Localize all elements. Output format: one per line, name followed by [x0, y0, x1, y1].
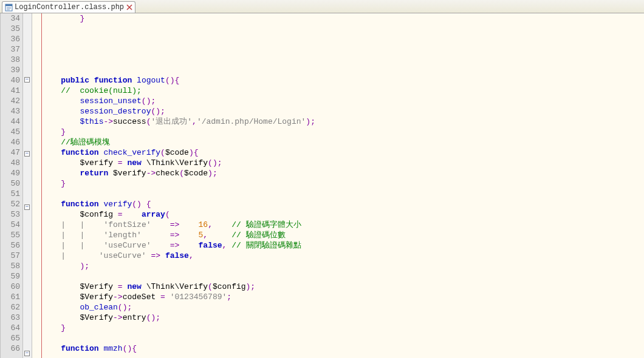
code-line[interactable]: }	[42, 13, 644, 24]
fold-toggle[interactable]: −	[23, 151, 32, 161]
line-number: 56	[1, 240, 20, 251]
fold-spacer	[23, 225, 32, 235]
fold-spacer	[23, 172, 32, 182]
line-number: 42	[1, 96, 20, 106]
line-number: 39	[1, 65, 20, 75]
line-number: 50	[1, 178, 20, 189]
line-number: 66	[1, 343, 20, 354]
fold-spacer	[23, 108, 32, 118]
line-number: 45	[1, 127, 20, 137]
code-line[interactable]: function check_verify($code){	[42, 147, 644, 158]
code-line[interactable]	[42, 44, 644, 55]
fold-spacer	[23, 129, 32, 139]
fold-spacer	[23, 161, 32, 172]
close-icon[interactable]	[126, 4, 132, 10]
code-line[interactable]: function verify() {	[42, 199, 644, 209]
line-number: 61	[1, 292, 20, 302]
editor-area[interactable]: 3435363738394041424344454647484950515253…	[0, 13, 644, 358]
fold-spacer	[23, 24, 32, 34]
code-line[interactable]: return $verify->check($code);	[42, 168, 644, 178]
line-number: 55	[1, 230, 20, 240]
code-line[interactable]	[42, 65, 644, 75]
code-line[interactable]: | | 'length' => 5, // 驗證碼位數	[42, 230, 644, 240]
line-number: 64	[1, 323, 20, 333]
code-line[interactable]: }	[42, 178, 644, 189]
fold-spacer	[23, 118, 32, 129]
line-number: 59	[1, 271, 20, 282]
fold-spacer	[23, 308, 32, 318]
line-number: 63	[1, 312, 20, 323]
fold-toggle[interactable]: −	[23, 351, 32, 358]
file-icon	[5, 4, 13, 12]
code-line[interactable]: | | 'fontSize' => 16, // 驗證碼字體大小	[42, 220, 644, 230]
code-line[interactable]: $config = array(	[42, 209, 644, 220]
line-number: 38	[1, 55, 20, 65]
fold-spacer	[23, 215, 32, 225]
line-number: 65	[1, 333, 20, 343]
fold-spacer	[23, 339, 32, 349]
fold-toggle[interactable]: −	[23, 204, 32, 215]
code-line[interactable]: $Verify->codeSet = '0123456789';	[42, 292, 644, 302]
code-line[interactable]: );	[42, 261, 644, 271]
fold-spacer	[23, 318, 32, 328]
line-number: 47	[1, 147, 20, 158]
fold-spacer	[23, 192, 32, 203]
code-line[interactable]: session_destroy();	[42, 106, 644, 117]
code-line[interactable]: }	[42, 127, 644, 137]
fold-spacer	[23, 297, 32, 308]
fold-spacer	[23, 328, 32, 339]
line-number: 49	[1, 168, 20, 178]
fold-gutter[interactable]: − − − −	[23, 13, 32, 358]
code-line[interactable]: $verify = new \Think\Verify();	[42, 158, 644, 168]
code-content[interactable]: } public function logout(){ // cookie(nu…	[42, 13, 644, 358]
fold-spacer	[23, 287, 32, 297]
code-line[interactable]: $this->success('退出成功','/admin.php/Home/L…	[42, 117, 644, 127]
code-line[interactable]: //驗證碼模塊	[42, 137, 644, 147]
change-margin	[32, 13, 42, 358]
fold-spacer	[23, 182, 32, 192]
line-number: 46	[1, 137, 20, 147]
code-line[interactable]: }	[42, 323, 644, 333]
line-number: 48	[1, 158, 20, 168]
code-line[interactable]	[42, 55, 644, 65]
code-line[interactable]: | | 'useCurve' => false, // 關閉驗證碼雜點	[42, 240, 644, 251]
fold-spacer	[23, 277, 32, 287]
fold-spacer	[23, 235, 32, 246]
code-line[interactable]: $Verify = new \Think\Verify($config);	[42, 282, 644, 292]
line-number: 57	[1, 251, 20, 261]
code-line[interactable]: | 'useCurve' => false,	[42, 251, 644, 261]
line-number: 62	[1, 302, 20, 312]
fold-toggle[interactable]: −	[23, 77, 32, 87]
svg-rect-1	[5, 4, 12, 6]
fold-spacer	[23, 34, 32, 44]
fold-spacer	[23, 139, 32, 149]
fold-spacer	[23, 87, 32, 98]
fold-spacer	[23, 266, 32, 277]
tab-bar: LoginController.class.php	[0, 0, 644, 13]
line-number: 34	[1, 13, 20, 24]
line-number: 36	[1, 34, 20, 44]
fold-spacer	[23, 13, 32, 24]
line-number: 44	[1, 117, 20, 127]
code-line[interactable]: $Verify->entry();	[42, 312, 644, 323]
tab-active[interactable]: LoginController.class.php	[2, 1, 135, 13]
code-line[interactable]: ob_clean();	[42, 302, 644, 312]
line-number: 58	[1, 261, 20, 271]
code-line[interactable]	[42, 24, 644, 34]
code-line[interactable]	[42, 271, 644, 282]
fold-spacer	[23, 44, 32, 55]
code-line[interactable]: function mmzh(){	[42, 343, 644, 354]
code-line[interactable]: // cookie(null);	[42, 86, 644, 96]
code-line[interactable]	[42, 34, 644, 44]
code-line[interactable]: session_unset();	[42, 96, 644, 106]
fold-spacer	[23, 55, 32, 65]
code-line[interactable]: public function logout(){	[42, 75, 644, 86]
tab-filename: LoginController.class.php	[15, 3, 124, 12]
line-number: 43	[1, 106, 20, 117]
code-line[interactable]	[42, 189, 644, 199]
line-number: 37	[1, 44, 20, 55]
fold-spacer	[23, 65, 32, 75]
code-line[interactable]	[42, 333, 644, 343]
line-number: 52	[1, 199, 20, 209]
line-number: 35	[1, 24, 20, 34]
